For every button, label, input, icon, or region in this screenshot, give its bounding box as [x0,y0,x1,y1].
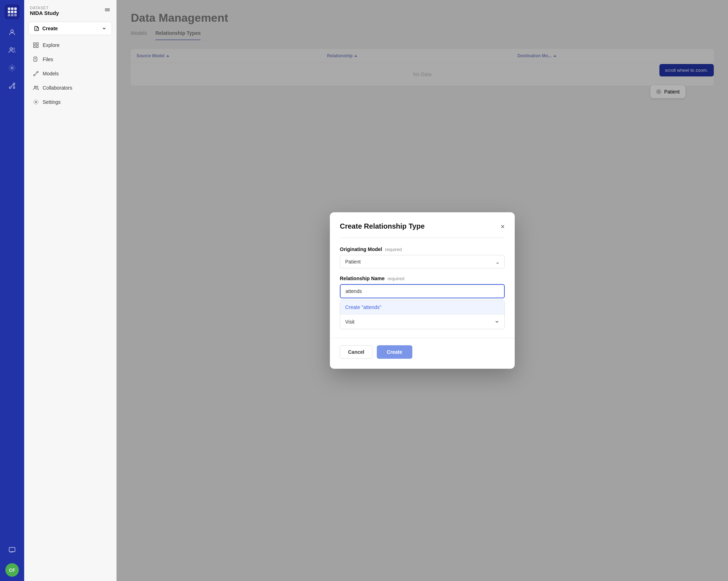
sidebar-chat-icon[interactable] [5,543,20,558]
originating-model-required: required [385,247,402,252]
create-button-label: Create [42,26,58,31]
dropdown-visit-label: Visit [345,319,354,325]
svg-rect-0 [8,7,10,10]
sidebar-item-explore[interactable]: Explore [27,38,113,52]
sidebar-item-models[interactable]: Models [27,67,113,80]
models-icon [33,70,39,77]
user-avatar[interactable]: CF [5,563,19,577]
visit-chevron-icon [494,319,499,324]
svg-line-33 [35,73,37,75]
dataset-label: Dataset [30,6,59,10]
svg-rect-27 [37,46,38,48]
svg-line-16 [11,84,13,87]
files-label: Files [43,57,53,62]
svg-point-36 [35,101,37,103]
modal-divider [340,238,505,238]
modal-close-button[interactable]: × [500,223,505,230]
sidebar-person-icon[interactable] [5,25,20,40]
sidebar-item-files[interactable]: Files [27,53,113,66]
relationship-name-dropdown: Create "attends" Visit [340,300,505,329]
svg-rect-7 [11,14,14,16]
svg-point-12 [11,67,13,69]
svg-point-15 [13,87,15,89]
svg-point-11 [13,48,15,50]
explore-label: Explore [43,42,59,48]
svg-point-32 [37,71,38,73]
modal-title: Create Relationship Type [340,222,425,230]
settings-nav-icon [33,99,39,105]
sidebar: CF [0,0,24,581]
svg-rect-4 [11,11,14,13]
svg-point-13 [9,87,11,89]
create-relationship-modal: Create Relationship Type × Originating M… [330,212,515,369]
dropdown-create-item[interactable]: Create "attends" [340,300,504,314]
files-icon [33,56,39,63]
svg-rect-18 [9,548,15,552]
dropdown-create-link[interactable]: Create "attends" [345,304,381,310]
svg-point-14 [13,83,15,85]
nav-panel: Dataset NIDA Study Create [24,0,117,581]
sidebar-settings-icon[interactable] [5,60,20,75]
collaborators-label: Collaborators [43,85,72,91]
svg-rect-3 [8,11,10,13]
svg-point-34 [34,86,36,88]
dropdown-visit-item[interactable]: Visit [340,314,504,329]
collaborators-icon [33,85,39,91]
svg-rect-25 [37,43,38,44]
models-label: Models [43,71,59,76]
sidebar-item-settings[interactable]: Settings [27,95,113,109]
svg-rect-8 [14,14,17,16]
originating-model-select-wrapper: PatientVisitSample ⌄ [340,255,505,268]
create-chevron-icon [102,26,107,31]
explore-icon [33,42,39,48]
svg-rect-26 [33,46,35,48]
svg-rect-1 [11,7,14,10]
relationship-name-input[interactable] [340,284,505,298]
sidebar-group-icon[interactable] [5,43,20,58]
modal-actions: Cancel Create [340,345,505,359]
svg-point-9 [11,30,13,32]
panel-header: Dataset NIDA Study [24,0,116,19]
create-button[interactable]: Create [28,22,112,35]
dataset-name: NIDA Study [30,10,59,16]
svg-rect-2 [14,7,17,10]
svg-rect-5 [14,11,17,13]
sidebar-graph-icon[interactable] [5,78,20,93]
modal-overlay: Create Relationship Type × Originating M… [117,0,728,581]
cancel-button[interactable]: Cancel [340,345,373,359]
app-logo[interactable] [5,4,20,19]
modal-header: Create Relationship Type × [340,222,505,230]
create-button[interactable]: Create [377,345,412,359]
svg-rect-6 [8,14,10,16]
originating-model-select[interactable]: PatientVisitSample [340,255,505,268]
sidebar-item-collaborators[interactable]: Collaborators [27,81,113,95]
svg-rect-24 [33,43,35,44]
settings-label: Settings [43,99,61,105]
originating-model-group: Originating Model required PatientVisitS… [340,246,505,268]
svg-point-31 [34,75,35,76]
originating-model-label: Originating Model required [340,246,505,252]
modal-footer-divider [330,338,515,338]
svg-point-35 [37,86,38,87]
main-area: Data Management Models Relationship Type… [117,0,728,581]
relationship-name-label: Relationship Name required [340,276,505,281]
list-view-icon[interactable] [104,7,111,15]
relationship-name-group: Relationship Name required Create "atten… [340,276,505,329]
relationship-name-required: required [387,276,405,281]
svg-point-10 [10,48,12,50]
